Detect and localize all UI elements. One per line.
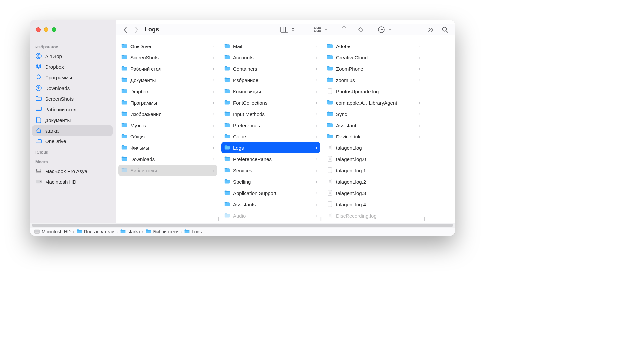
folder-row[interactable]: Audio› <box>221 210 320 221</box>
folder-row[interactable]: Общие› <box>118 131 217 142</box>
row-label: OneDrive <box>130 44 210 49</box>
chevron-right-icon: › <box>419 44 420 49</box>
row-label: Containers <box>233 66 313 72</box>
folder-row[interactable]: PreferencePanes› <box>221 153 320 165</box>
sidebar-item[interactable]: starka <box>32 125 113 136</box>
column-resize-handle[interactable]: || <box>320 217 321 221</box>
sidebar-item[interactable]: Downloads <box>32 83 113 93</box>
path-segment[interactable]: Пользователи <box>76 229 114 235</box>
folder-row[interactable]: Mail› <box>221 41 320 52</box>
back-button[interactable] <box>120 24 131 35</box>
file-row[interactable]: talagent.log <box>324 142 423 153</box>
folder-row[interactable]: Библиотеки› <box>118 165 217 176</box>
sidebar-item[interactable]: MacBook Pro Asya <box>32 166 113 176</box>
folder-row[interactable]: Фильмы› <box>118 142 217 153</box>
folder-icon <box>184 229 190 235</box>
folder-icon <box>224 111 230 117</box>
row-label: talagent.log.2 <box>336 179 420 185</box>
browser-column[interactable]: Adobe›CreativeCloud›ZoomPhone›zoom.us›Ph… <box>322 39 425 223</box>
file-row[interactable]: PhotosUpgrade.log <box>324 86 423 97</box>
sidebar-item[interactable]: Macintosh HD <box>32 176 113 187</box>
file-row[interactable]: talagent.log.1 <box>324 165 423 176</box>
folder-row[interactable]: OneDrive› <box>118 41 217 52</box>
horizontal-scrollbar[interactable] <box>30 223 455 228</box>
sidebar-item[interactable]: Рабочий стол <box>32 104 113 115</box>
close-window-button[interactable] <box>36 27 41 32</box>
row-label: CreativeCloud <box>336 55 416 60</box>
folder-row[interactable]: Композиции› <box>221 86 320 97</box>
action-menu-button[interactable] <box>372 24 395 35</box>
file-row[interactable]: talagent.log.0 <box>324 153 423 165</box>
folder-row[interactable]: Музыка› <box>118 120 217 131</box>
folder-row[interactable]: Документы› <box>118 74 217 86</box>
group-by-button[interactable] <box>308 24 331 35</box>
folder-row[interactable]: zoom.us› <box>324 74 423 86</box>
file-row[interactable]: DiscRecording.log <box>324 210 423 221</box>
sidebar-item[interactable]: Dropbox <box>32 61 113 72</box>
folder-row[interactable]: com.apple.A…LibraryAgent› <box>324 97 423 108</box>
folder-row[interactable]: Dropbox› <box>118 86 217 97</box>
chevron-right-icon: › <box>316 145 317 150</box>
folder-row[interactable]: Adobe› <box>324 41 423 52</box>
zoom-window-button[interactable] <box>52 27 56 32</box>
browser-column[interactable]: OneDrive›ScreenShots›Рабочий стол›Докуме… <box>116 39 219 223</box>
folder-row[interactable]: Colors› <box>221 131 320 142</box>
folder-row[interactable]: ZoomPhone› <box>324 63 423 74</box>
sidebar-item[interactable]: Документы <box>32 115 113 125</box>
folder-row[interactable]: Application Support› <box>221 187 320 199</box>
sidebar-item[interactable]: OneDrive <box>32 136 113 146</box>
folder-row[interactable]: Downloads› <box>118 153 217 165</box>
folder-row[interactable]: Services› <box>221 165 320 176</box>
browser-column[interactable]: Mail›Accounts›Containers›Избранное›Компо… <box>219 39 322 223</box>
sidebar-item-label: Downloads <box>45 85 70 91</box>
folder-row[interactable]: Программы› <box>118 97 217 108</box>
sidebar[interactable]: ИзбранноеAirDropDropboxПрограммыDownload… <box>30 39 116 223</box>
folder-icon <box>327 77 333 83</box>
folder-icon <box>224 212 230 219</box>
folder-row[interactable]: FontCollections› <box>221 97 320 108</box>
chevron-right-icon: › <box>213 168 214 173</box>
row-label: talagent.log.4 <box>336 202 420 207</box>
folder-row[interactable]: CreativeCloud› <box>324 52 423 63</box>
search-button[interactable] <box>440 24 450 35</box>
folder-row[interactable]: Assistant› <box>324 120 423 131</box>
view-mode-button[interactable] <box>275 24 298 35</box>
sidebar-item[interactable]: ScreenShots <box>32 93 113 104</box>
toolbar-overflow-button[interactable] <box>426 24 436 35</box>
folder-row[interactable]: Logs› <box>221 142 320 153</box>
file-row[interactable]: talagent.log.4 <box>324 199 423 210</box>
minimize-window-button[interactable] <box>44 27 48 32</box>
row-label: Audio <box>233 213 313 219</box>
sidebar-item[interactable]: AirDrop <box>32 51 113 61</box>
sidebar-item[interactable]: Программы <box>32 72 113 83</box>
folder-row[interactable]: Sync› <box>324 108 423 120</box>
tags-button[interactable] <box>355 24 366 35</box>
column-browser[interactable]: OneDrive›ScreenShots›Рабочий стол›Докуме… <box>116 39 455 223</box>
path-segment[interactable]: Библиотеки <box>145 229 178 235</box>
folder-row[interactable]: Preferences› <box>221 120 320 131</box>
path-segment[interactable]: starka <box>120 229 140 235</box>
file-row[interactable]: talagent.log.3 <box>324 187 423 199</box>
folder-row[interactable]: Containers› <box>221 63 320 74</box>
folder-row[interactable]: Input Methods› <box>221 108 320 120</box>
folder-row[interactable]: Рабочий стол› <box>118 63 217 74</box>
file-row[interactable]: talagent.log.2 <box>324 176 423 187</box>
path-segment[interactable]: Macintosh HD <box>34 229 71 235</box>
share-button[interactable] <box>339 24 349 35</box>
folder-row[interactable]: Spelling› <box>221 176 320 187</box>
folder-row[interactable]: Assistants› <box>221 199 320 210</box>
column-resize-handle[interactable]: || <box>424 217 424 221</box>
forward-button[interactable] <box>131 24 142 35</box>
path-bar[interactable]: Macintosh HD›Пользователи›starka›Библиот… <box>30 228 455 236</box>
chevron-right-icon: › <box>419 123 420 128</box>
row-label: Adobe <box>336 44 416 49</box>
folder-row[interactable]: ScreenShots› <box>118 52 217 63</box>
bottom-bar: Macintosh HD›Пользователи›starka›Библиот… <box>30 223 455 236</box>
folder-row[interactable]: Accounts› <box>221 52 320 63</box>
folder-row[interactable]: DeviceLink› <box>324 131 423 142</box>
path-segment[interactable]: Logs <box>184 229 202 235</box>
folder-icon <box>224 43 230 49</box>
column-resize-handle[interactable]: || <box>218 217 218 221</box>
folder-row[interactable]: Избранное› <box>221 74 320 86</box>
folder-row[interactable]: Изображения› <box>118 108 217 120</box>
